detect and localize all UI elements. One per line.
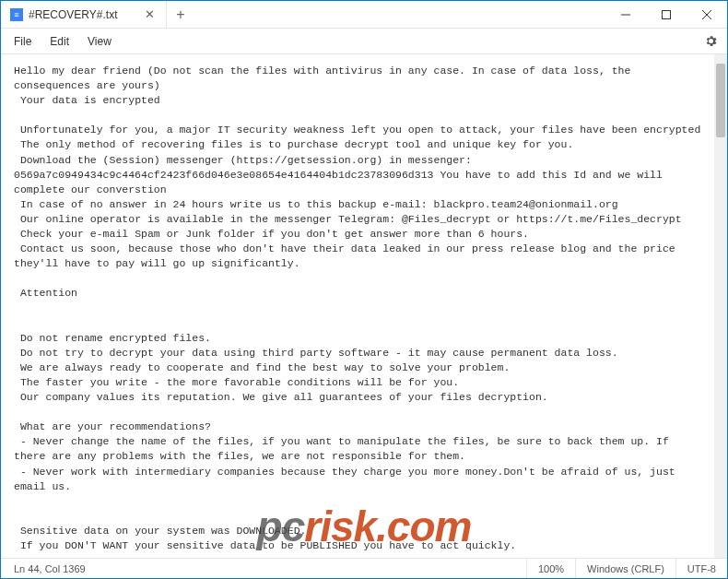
menu-edit[interactable]: Edit <box>41 31 78 52</box>
status-encoding[interactable]: UTF-8 <box>675 559 727 578</box>
status-line-ending[interactable]: Windows (CRLF) <box>575 559 675 578</box>
document-tab[interactable]: ≡ #RECOVERY#.txt ✕ <box>1 1 167 29</box>
notepad-icon: ≡ <box>10 8 23 21</box>
maximize-button[interactable] <box>646 1 687 29</box>
minimize-button[interactable] <box>605 1 646 29</box>
menu-file[interactable]: File <box>5 31 41 52</box>
maximize-icon <box>662 10 671 19</box>
scrollbar-thumb[interactable] <box>716 64 725 137</box>
minimize-icon <box>621 10 630 19</box>
status-cursor-position: Ln 44, Col 1369 <box>1 559 97 578</box>
settings-button[interactable] <box>698 34 723 48</box>
vertical-scrollbar[interactable] <box>714 54 727 558</box>
notepad-window: ≡ #RECOVERY#.txt ✕ + File Edit View Hell… <box>0 0 728 579</box>
close-tab-icon[interactable]: ✕ <box>142 7 157 22</box>
close-icon <box>702 10 711 19</box>
titlebar: ≡ #RECOVERY#.txt ✕ + <box>1 1 727 29</box>
menubar: File Edit View <box>1 29 727 54</box>
statusbar: Ln 44, Col 1369 100% Windows (CRLF) UTF-… <box>1 558 727 578</box>
gear-icon <box>704 34 718 48</box>
tab-title: #RECOVERY#.txt <box>29 8 136 21</box>
new-tab-button[interactable]: + <box>167 6 194 23</box>
menu-view[interactable]: View <box>78 31 121 52</box>
status-zoom[interactable]: 100% <box>526 559 575 578</box>
close-button[interactable] <box>687 1 727 29</box>
svg-rect-1 <box>663 10 671 18</box>
editor-area: Hello my dear friend (Do not scan the fi… <box>1 54 727 558</box>
text-content[interactable]: Hello my dear friend (Do not scan the fi… <box>1 54 714 558</box>
